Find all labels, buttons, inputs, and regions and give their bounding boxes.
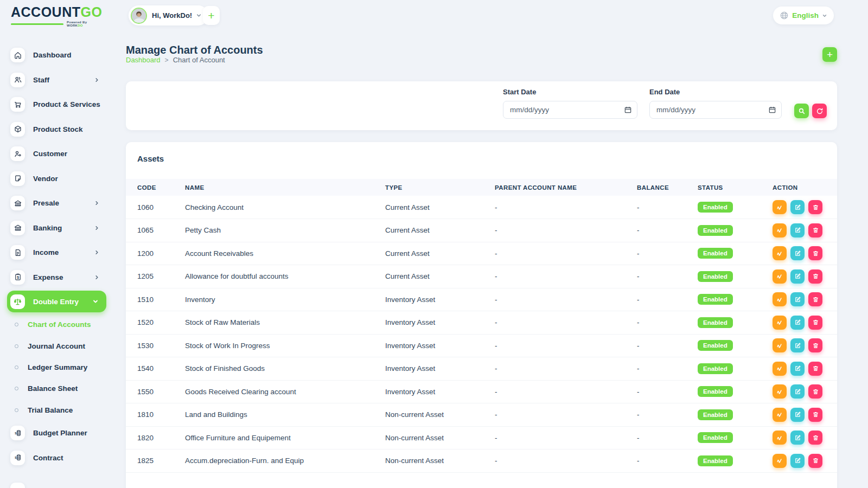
trash-icon xyxy=(812,434,819,441)
account-name-link[interactable]: Inventory xyxy=(185,288,385,311)
delete-button[interactable] xyxy=(808,200,822,214)
account-name-link[interactable]: Account Receivables xyxy=(185,242,385,265)
edit-button[interactable] xyxy=(790,408,805,422)
edit-button[interactable] xyxy=(790,223,805,237)
scale-icon xyxy=(10,294,25,309)
account-type: Inventory Asset xyxy=(385,334,495,357)
bullet-icon xyxy=(15,387,18,390)
edit-button[interactable] xyxy=(790,454,805,468)
edit-button[interactable] xyxy=(790,292,805,306)
user-menu[interactable]: Hi, WorkDo! xyxy=(129,5,208,25)
search-icon xyxy=(798,107,806,115)
edit-button[interactable] xyxy=(790,200,805,214)
delete-button[interactable] xyxy=(808,223,822,237)
transactions-button[interactable] xyxy=(773,338,787,352)
account-balance: - xyxy=(637,219,698,242)
activity-icon xyxy=(776,457,783,464)
account-name-link[interactable]: Checking Account xyxy=(185,196,385,219)
sidebar-subitem-chart-of-accounts[interactable]: Chart of Accounts xyxy=(0,314,115,335)
transactions-button[interactable] xyxy=(773,431,787,445)
money-stack-icon: $ xyxy=(10,451,25,465)
account-name-link[interactable]: Petty Cash xyxy=(185,219,385,242)
sidebar-item-product-services[interactable]: Product & Services xyxy=(0,92,115,117)
delete-button[interactable] xyxy=(808,454,822,468)
transactions-button[interactable] xyxy=(773,316,787,330)
sidebar-item-budget-planner[interactable]: $ Budget Planner xyxy=(0,421,115,446)
delete-button[interactable] xyxy=(808,384,822,399)
sidebar-subitem-balance-sheet[interactable]: Balance Sheet xyxy=(0,378,115,399)
account-row: 1810 Land and Buildings Non-current Asse… xyxy=(126,403,837,427)
trash-icon xyxy=(812,204,819,211)
transactions-button[interactable] xyxy=(773,223,787,237)
account-name-link[interactable]: Stock of Work In Progress xyxy=(185,334,385,357)
account-name-link[interactable]: Office Furniture and Equipement xyxy=(185,426,385,450)
account-name-link[interactable]: Land and Buildings xyxy=(185,403,385,427)
sidebar-item-double-entry[interactable]: Double Entry xyxy=(7,291,106,312)
transactions-button[interactable] xyxy=(773,292,787,306)
delete-button[interactable] xyxy=(808,362,822,376)
sidebar-subitem-ledger-summary[interactable]: Ledger Summary xyxy=(0,357,115,378)
transactions-button[interactable] xyxy=(773,200,787,214)
edit-button[interactable] xyxy=(790,338,805,352)
transactions-button[interactable] xyxy=(773,362,787,376)
delete-button[interactable] xyxy=(808,246,822,260)
delete-button[interactable] xyxy=(808,408,822,422)
breadcrumb-dashboard-link[interactable]: Dashboard xyxy=(126,56,161,64)
sidebar-item-income[interactable]: Income xyxy=(0,240,115,265)
sidebar-item-partial[interactable] xyxy=(0,478,115,488)
edit-button[interactable] xyxy=(790,316,805,330)
sidebar-item-dashboard[interactable]: Dashboard xyxy=(0,43,115,68)
account-name-link[interactable]: Stock of Finished Goods xyxy=(185,357,385,381)
search-button[interactable] xyxy=(794,104,809,118)
end-date-input[interactable] xyxy=(649,101,782,119)
user-plus-icon xyxy=(10,146,25,161)
activity-icon xyxy=(776,365,783,372)
document-icon xyxy=(10,245,25,260)
col-code: CODE xyxy=(126,179,185,196)
account-name-link[interactable]: Goods Received Clearing account xyxy=(185,380,385,403)
delete-button[interactable] xyxy=(808,316,822,330)
create-account-button[interactable]: + xyxy=(822,47,837,62)
transactions-button[interactable] xyxy=(773,384,787,399)
edit-icon xyxy=(794,388,801,395)
transactions-button[interactable] xyxy=(773,408,787,422)
account-name-link[interactable]: Accum.depreciation-Furn. and Equip xyxy=(185,450,385,473)
account-name-link[interactable]: Stock of Raw Materials xyxy=(185,311,385,335)
account-balance: - xyxy=(637,426,698,450)
sidebar-item-customer[interactable]: Customer xyxy=(0,142,115,166)
reset-button[interactable] xyxy=(812,104,827,118)
transactions-button[interactable] xyxy=(773,454,787,468)
double-entry-submenu: Chart of Accounts Journal Account Ledger… xyxy=(0,312,115,421)
sidebar-item-contract[interactable]: $ Contract xyxy=(0,445,115,470)
language-selector[interactable]: English xyxy=(773,7,834,24)
transactions-button[interactable] xyxy=(773,269,787,284)
edit-button[interactable] xyxy=(790,384,805,399)
edit-button[interactable] xyxy=(790,269,805,284)
start-date-input[interactable] xyxy=(503,101,637,119)
edit-button[interactable] xyxy=(790,246,805,260)
chevron-right-icon xyxy=(94,225,100,231)
account-parent: - xyxy=(495,219,637,242)
edit-button[interactable] xyxy=(790,431,805,445)
transactions-button[interactable] xyxy=(773,246,787,260)
account-parent: - xyxy=(495,380,637,403)
sidebar-item-expense[interactable]: $ Expense xyxy=(0,265,115,290)
sidebar-item-presale[interactable]: Presale xyxy=(0,191,115,216)
sidebar-subitem-trial-balance[interactable]: Trial Balance xyxy=(0,400,115,421)
sidebar-item-staff[interactable]: Staff xyxy=(0,68,115,93)
accountgo-logo[interactable]: ACCOUNTGO Powered By WORKDO xyxy=(11,4,103,27)
account-name-link[interactable]: Allowance for doubtful accounts xyxy=(185,265,385,288)
delete-button[interactable] xyxy=(808,431,822,445)
sidebar-item-product-stock[interactable]: Product Stock xyxy=(0,117,115,142)
quick-add-button[interactable]: + xyxy=(203,6,220,25)
col-action: ACTION xyxy=(773,179,837,196)
delete-button[interactable] xyxy=(808,292,822,306)
account-balance: - xyxy=(637,334,698,357)
status-badge: Enabled xyxy=(698,340,733,351)
sidebar-subitem-journal-account[interactable]: Journal Account xyxy=(0,335,115,356)
edit-button[interactable] xyxy=(790,362,805,376)
delete-button[interactable] xyxy=(808,338,822,352)
delete-button[interactable] xyxy=(808,269,822,284)
sidebar-item-vendor[interactable]: Vendor xyxy=(0,166,115,191)
sidebar-item-banking[interactable]: Banking xyxy=(0,216,115,241)
